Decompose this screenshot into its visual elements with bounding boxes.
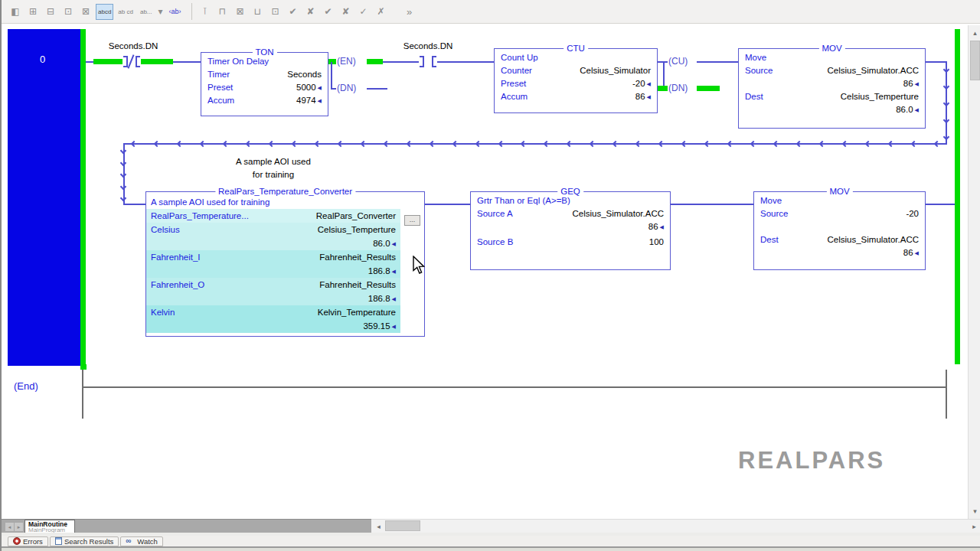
vertical-scroll-thumb[interactable] xyxy=(970,41,980,80)
window-bottom-edge xyxy=(2,548,980,551)
rung-wizard-icon[interactable]: ◧ xyxy=(8,4,23,20)
copy-rung-icon[interactable]: ⊞ xyxy=(25,4,41,20)
tab-mainroutine[interactable]: MainRoutine MainProgram xyxy=(24,520,75,533)
ton-en-coil[interactable]: EN xyxy=(336,56,357,67)
rung-number: 0 xyxy=(40,54,45,65)
search-results-icon xyxy=(55,537,62,545)
branch-wire xyxy=(331,62,332,90)
operand-tag[interactable]: Celsius_Simulator.ACC xyxy=(827,64,919,77)
power-flow-highlight xyxy=(367,59,383,64)
horizontal-scroll-thumb[interactable] xyxy=(385,520,420,531)
geq-instruction-block[interactable]: GEQ Grtr Than or Eql (A>=B) Source ACels… xyxy=(470,191,671,270)
wire xyxy=(697,61,738,63)
operand-value[interactable]: 4974 xyxy=(296,94,322,107)
operand-value[interactable]: Seconds xyxy=(287,68,322,81)
aoi-param-tag[interactable]: Kelvin_Temperature xyxy=(318,305,396,319)
operand-label: Source B xyxy=(477,236,513,249)
contact-tag-label[interactable]: Seconds.DN xyxy=(101,41,165,51)
browse-tag-button[interactable]: ... xyxy=(404,215,420,226)
scroll-left-button[interactable]: ◂ xyxy=(372,520,385,533)
contact-bracket xyxy=(136,56,140,67)
tab-errors[interactable]: Errors xyxy=(8,536,48,546)
operand-tag[interactable]: Celsius_Simulator.ACC xyxy=(572,207,664,220)
wire xyxy=(383,61,419,63)
scroll-down-button[interactable]: ▾ xyxy=(969,504,980,517)
import-rung-icon[interactable]: ⊡ xyxy=(60,4,76,20)
delete-branch-level-icon[interactable]: ⊡ xyxy=(268,4,283,20)
tab-watch[interactable]: Watch xyxy=(120,536,163,546)
mouse-cursor xyxy=(413,256,426,278)
operand-value[interactable]: -20 xyxy=(906,207,919,220)
xic-contact-seconds-dn[interactable] xyxy=(419,56,437,67)
operand-label: Source xyxy=(745,64,773,77)
insert-rung-icon[interactable]: ⊺ xyxy=(198,4,213,20)
edit-tag-icon[interactable]: ‹ab› xyxy=(167,4,184,20)
xio-contact-seconds-dn[interactable] xyxy=(122,56,141,67)
operand-value[interactable]: 5000 xyxy=(296,81,322,94)
aoi-param-name[interactable]: Fahrenheit_I xyxy=(151,250,201,264)
aoi-param-name[interactable]: RealPars_Temperature... xyxy=(151,209,249,223)
browse-tags-icon[interactable]: ab... xyxy=(138,4,155,20)
instruction-name: Move xyxy=(745,51,766,64)
ctu-cu-coil[interactable]: CU xyxy=(668,56,688,67)
operand-tag[interactable]: Celsius_Simulator.ACC xyxy=(827,233,919,246)
tab-search-results[interactable]: Search Results xyxy=(50,536,119,546)
power-flow-highlight xyxy=(93,59,122,64)
operand-label: Dest xyxy=(760,233,779,246)
ton-dn-coil[interactable]: DN xyxy=(336,83,357,94)
operand-value[interactable]: 86 xyxy=(635,90,651,103)
cancel-verify-icon[interactable]: ✗ xyxy=(374,4,389,20)
block-title: TON xyxy=(252,47,276,57)
insert-branch-icon[interactable]: ⊓ xyxy=(215,4,230,20)
horizontal-scrollbar[interactable]: ◂ ▸ xyxy=(371,519,980,533)
aoi-param-tag[interactable]: Fahrenheit_Results xyxy=(319,278,396,292)
wire xyxy=(437,61,494,63)
toggle-tag-descriptions-button[interactable]: abcd xyxy=(96,4,113,20)
aoi-param-tag[interactable]: RealPars_Converter xyxy=(316,209,396,223)
aoi-param-tag[interactable]: Celsius_Temperture xyxy=(318,223,396,236)
toggle-operand-display-icon[interactable]: ab cd xyxy=(116,4,136,20)
vertical-scrollbar[interactable]: ▴ ▾ xyxy=(968,25,980,519)
scroll-up-button[interactable]: ▴ xyxy=(969,26,980,39)
rung-comment-line2[interactable]: for training xyxy=(197,170,350,179)
tab-scroll-right-button[interactable]: ▸ xyxy=(15,523,23,531)
end-rung-left-rail xyxy=(82,370,83,419)
accept-pending-edits-icon[interactable]: ✔ xyxy=(286,4,301,20)
operand-value: 86 xyxy=(648,220,664,233)
operand-value[interactable]: Celsius_Simulator xyxy=(580,64,651,77)
aoi-instruction-block[interactable]: RealPars_Temperature_Converter A sample … xyxy=(145,191,425,337)
operand-label: Preset xyxy=(501,77,526,90)
operand-value[interactable]: -20 xyxy=(632,77,651,90)
tab-scroll-left-button[interactable]: ◂ xyxy=(5,523,14,531)
more-commands-icon[interactable]: » xyxy=(402,4,417,20)
errors-tab-label: Errors xyxy=(23,537,43,546)
mov2-instruction-block[interactable]: MOV Move Source-20 DestCelsius_Simulator… xyxy=(753,191,926,270)
accept-rung-edits-icon[interactable]: ✔ xyxy=(321,4,336,20)
cancel-pending-edits-icon[interactable]: ✘ xyxy=(303,4,318,20)
scroll-right-button[interactable]: ▸ xyxy=(968,520,980,533)
right-power-rail xyxy=(955,29,960,364)
output-panel-bar: Errors Search Results Watch xyxy=(2,536,980,546)
paste-rung-icon[interactable]: ⊟ xyxy=(43,4,58,20)
delete-branch-icon[interactable]: ⊠ xyxy=(233,4,248,20)
operand-value[interactable]: 100 xyxy=(649,236,664,249)
tag-display-dropdown-icon[interactable]: ▾ xyxy=(157,4,165,20)
rung-comment-line1[interactable]: A sample AOI used xyxy=(197,157,350,166)
aoi-param-name[interactable]: Fahrenheit_O xyxy=(151,278,204,292)
realpars-watermark: REALPARS xyxy=(738,447,929,475)
export-rung-icon[interactable]: ⊠ xyxy=(78,4,93,20)
rung-selection-bar[interactable] xyxy=(8,29,80,366)
aoi-description: A sample AOI used for training xyxy=(146,195,424,209)
mov-instruction-block[interactable]: MOV Move SourceCelsius_Simulator.ACC 86 … xyxy=(738,48,926,129)
ton-instruction-block[interactable]: TON Timer On Delay TimerSeconds Preset50… xyxy=(201,52,328,116)
insert-branch-level-icon[interactable]: ⊔ xyxy=(250,4,266,20)
ctu-dn-coil[interactable]: DN xyxy=(668,83,688,94)
verify-rung-icon[interactable]: ✓ xyxy=(356,4,371,20)
aoi-param-name[interactable]: Kelvin xyxy=(151,305,175,319)
aoi-param-tag[interactable]: Fahrenheit_Results xyxy=(319,250,396,264)
ctu-instruction-block[interactable]: CTU Count Up CounterCelsius_Simulator Pr… xyxy=(494,48,658,113)
operand-tag[interactable]: Celsius_Temperture xyxy=(841,90,919,103)
cancel-rung-edits-icon[interactable]: ✘ xyxy=(338,4,354,20)
aoi-param-name[interactable]: Celsius xyxy=(151,223,180,236)
contact-tag-label[interactable]: Seconds.DN xyxy=(396,41,460,51)
